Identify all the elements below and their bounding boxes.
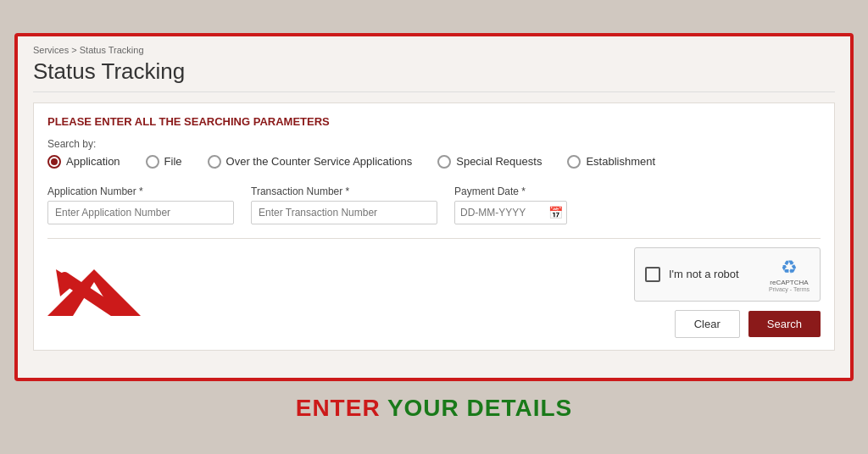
radio-label-special: Special Requests — [456, 155, 542, 168]
main-container: Services > Status Tracking Status Tracki… — [14, 33, 854, 381]
captcha-brand: reCAPTCHA — [770, 279, 808, 286]
radio-circle-counter — [208, 155, 221, 169]
captcha-links[interactable]: Privacy - Terms — [769, 286, 810, 292]
form-fields-row: Application Number * Transaction Number … — [47, 185, 821, 224]
search-button[interactable]: Search — [748, 311, 821, 337]
radio-counter[interactable]: Over the Counter Service Applications — [208, 155, 413, 169]
breadcrumb-separator: > — [71, 45, 79, 55]
search-params-title: PLEASE ENTER ALL THE SEARCHING PARAMETER… — [47, 115, 821, 128]
search-params-section: PLEASE ENTER ALL THE SEARCHING PARAMETER… — [33, 102, 835, 351]
arrow-container — [47, 269, 141, 316]
radio-circle-file — [146, 155, 159, 169]
radio-label-file: File — [164, 155, 182, 168]
radio-establishment[interactable]: Establishment — [567, 155, 655, 169]
recaptcha-icon: ♻ — [781, 257, 798, 279]
tagline-enter: ENTER — [296, 395, 381, 421]
radio-label-establishment: Establishment — [586, 155, 655, 168]
action-buttons: Clear Search — [675, 310, 821, 338]
transaction-number-field: Transaction Number * — [251, 185, 437, 224]
payment-date-input[interactable] — [455, 202, 548, 224]
radio-dot-application — [51, 158, 58, 165]
payment-date-field: Payment Date * 📅 — [454, 185, 567, 224]
payment-date-label: Payment Date * — [454, 185, 567, 197]
page-title: Status Tracking — [33, 58, 835, 92]
radio-circle-special — [437, 155, 451, 169]
date-field-wrapper: 📅 — [454, 201, 567, 224]
bottom-tagline: ENTER YOUR DETAILS — [296, 395, 573, 422]
radio-file[interactable]: File — [146, 155, 182, 169]
application-number-input[interactable] — [47, 201, 234, 224]
breadcrumb-services[interactable]: Services — [33, 45, 69, 55]
search-by-label: Search by: — [47, 138, 821, 150]
radio-special[interactable]: Special Requests — [437, 155, 542, 169]
radio-application[interactable]: Application — [47, 155, 120, 169]
application-number-label: Application Number * — [47, 185, 234, 197]
clear-button[interactable]: Clear — [675, 310, 740, 338]
captcha-checkbox[interactable] — [645, 267, 660, 282]
captcha-logo: ♻ reCAPTCHA Privacy - Terms — [769, 257, 810, 292]
captcha-box: I'm not a robot ♻ reCAPTCHA Privacy - Te… — [634, 247, 821, 302]
red-arrow-diagonal-icon — [47, 269, 132, 316]
radio-group: Application File Over the Counter Servic… — [47, 155, 821, 169]
radio-label-counter: Over the Counter Service Applications — [226, 155, 413, 168]
breadcrumb: Services > Status Tracking — [33, 45, 835, 55]
tagline-rest: YOUR DETAILS — [381, 395, 573, 421]
application-number-field: Application Number * — [47, 185, 234, 224]
transaction-number-input[interactable] — [251, 201, 437, 224]
breadcrumb-current: Status Tracking — [80, 45, 144, 55]
transaction-number-label: Transaction Number * — [251, 185, 437, 197]
captcha-label: I'm not a robot — [669, 268, 760, 280]
radio-label-application: Application — [66, 155, 120, 168]
calendar-icon[interactable]: 📅 — [548, 206, 563, 219]
bottom-row: I'm not a robot ♻ reCAPTCHA Privacy - Te… — [47, 238, 821, 338]
radio-circle-establishment — [567, 155, 581, 169]
radio-circle-application — [47, 155, 61, 169]
